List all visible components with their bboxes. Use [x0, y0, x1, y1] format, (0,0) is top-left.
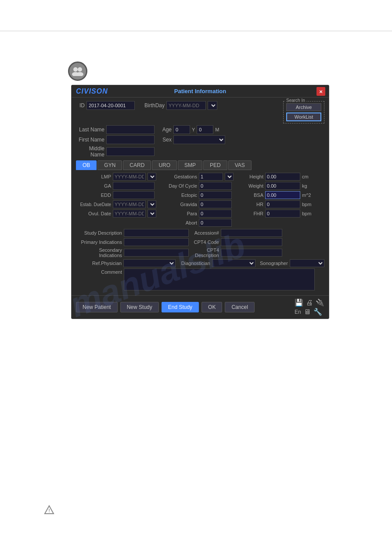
birthday-select[interactable]: ▼	[208, 101, 217, 110]
abort-input[interactable]	[199, 219, 232, 227]
fhr-row: FHR bpm	[241, 210, 318, 218]
new-patient-button[interactable]: New Patient	[76, 302, 118, 312]
cpt4-description-input[interactable]	[221, 249, 282, 257]
age-m-input[interactable]	[197, 125, 213, 134]
lmp-label: LMP	[76, 174, 111, 179]
hr-label: HR	[241, 202, 263, 207]
sex-label: Sex	[161, 137, 172, 143]
tab-ob[interactable]: OB	[76, 160, 97, 170]
dialog-title: Patient Information	[174, 88, 226, 94]
ga-label: GA	[76, 183, 111, 189]
weight-label: Weight	[241, 183, 263, 189]
edd-row: EDD	[76, 191, 159, 199]
age-y-input[interactable]	[173, 125, 190, 134]
ref-physician-label: Ref.Physician	[76, 261, 122, 266]
fhr-input[interactable]	[265, 210, 300, 218]
edd-label: EDD	[76, 192, 111, 198]
print-icon[interactable]: 🖨	[306, 299, 313, 307]
cpt4-code-input[interactable]	[221, 238, 282, 246]
lang-label: En	[295, 309, 301, 315]
height-row: Height cm	[241, 173, 318, 181]
tab-card[interactable]: CARD	[123, 160, 151, 170]
cpt4-description-label: CPT4 Description	[191, 247, 219, 258]
top-divider	[0, 31, 392, 31]
ref-physician-select[interactable]	[123, 259, 176, 267]
sonographer-label: Sonographer	[257, 261, 288, 266]
tab-uro[interactable]: URO	[152, 160, 177, 170]
sonographer-select[interactable]	[290, 259, 324, 267]
height-input[interactable]	[265, 173, 300, 181]
para-input[interactable]	[199, 210, 232, 218]
middle-name-label: Middle Name	[76, 145, 104, 158]
tab-gyn[interactable]: GYN	[97, 160, 122, 170]
search-in-label: Search In	[285, 98, 306, 103]
ectopic-row: Ectopic	[162, 191, 239, 199]
weight-row: Weight kg	[241, 182, 318, 190]
warning-icon: !	[44, 505, 54, 515]
first-name-input[interactable]	[106, 135, 155, 144]
height-unit: cm	[302, 174, 309, 179]
accession-input[interactable]	[221, 229, 282, 237]
bsa-row: BSA m^2	[241, 191, 318, 199]
settings-icon[interactable]: 🔧	[313, 308, 322, 316]
estab-due-date-row: Estab. DueDate ▼	[76, 200, 159, 208]
abort-row: Abort	[162, 219, 239, 227]
cancel-button[interactable]: Cancel	[225, 302, 254, 312]
svg-point-1	[78, 67, 82, 72]
diagnostician-select[interactable]	[212, 259, 255, 267]
gestations-input[interactable]	[199, 173, 223, 181]
ok-button[interactable]: OK	[201, 302, 222, 312]
hr-input[interactable]	[265, 200, 300, 208]
study-description-input[interactable]	[124, 229, 189, 237]
lmp-row: LMP ▼	[76, 173, 159, 181]
first-name-label: First Name	[76, 137, 104, 143]
abort-label: Abort	[162, 220, 197, 225]
ectopic-input[interactable]	[199, 191, 232, 199]
secondary-indications-input[interactable]	[124, 249, 189, 257]
lmp-select[interactable]: ▼	[147, 173, 156, 181]
middle-name-input[interactable]	[106, 147, 155, 156]
id-input[interactable]	[86, 101, 135, 110]
tab-vas[interactable]: VAS	[228, 160, 252, 170]
primary-indications-label: Primary Indications	[76, 239, 122, 245]
lmp-input[interactable]	[113, 173, 146, 181]
ovul-date-input[interactable]	[113, 210, 146, 218]
estab-due-date-select[interactable]: ▼	[147, 200, 156, 208]
gestations-select[interactable]: ▼	[225, 173, 234, 181]
ovul-date-select[interactable]: ▼	[147, 210, 156, 218]
usb-icon[interactable]: 🔌	[316, 298, 324, 307]
worklist-button[interactable]: WorkList	[286, 112, 321, 121]
weight-unit: kg	[302, 183, 307, 189]
estab-due-date-input[interactable]	[113, 200, 146, 208]
ga-input[interactable]	[113, 182, 155, 190]
id-label: ID	[76, 102, 85, 109]
gravida-row: Gravida	[162, 200, 239, 208]
primary-indications-input[interactable]	[124, 238, 189, 246]
new-study-button[interactable]: New Study	[120, 302, 159, 312]
weight-input[interactable]	[265, 182, 300, 190]
gestations-label: Gestations	[162, 174, 197, 179]
comment-textarea[interactable]	[124, 268, 315, 290]
sex-select[interactable]	[173, 135, 225, 144]
archive-button[interactable]: Archive	[286, 103, 321, 111]
last-name-label: Last Name	[76, 127, 104, 133]
fhr-unit: bpm	[302, 211, 311, 216]
close-button[interactable]: ×	[316, 87, 325, 96]
secondary-indications-label: Secondary Indications	[76, 247, 122, 258]
end-study-button[interactable]: End Study	[162, 302, 199, 312]
patient-info-dialog: CIVISON Patient Information × ID BirthDa…	[71, 85, 329, 319]
gravida-input[interactable]	[199, 200, 232, 208]
last-name-input[interactable]	[106, 125, 155, 134]
fhr-label: FHR	[241, 211, 263, 216]
tab-smp[interactable]: SMP	[178, 160, 202, 170]
bsa-input[interactable]	[265, 191, 300, 199]
tab-ped[interactable]: PED	[203, 160, 227, 170]
bsa-label: BSA	[241, 192, 263, 198]
birthday-input[interactable]	[166, 101, 206, 110]
estab-due-date-label: Estab. DueDate	[76, 202, 111, 207]
save-icon[interactable]: 💾	[295, 298, 303, 307]
monitor-icon[interactable]: 🖥	[304, 308, 311, 316]
day-of-cycle-input[interactable]	[199, 182, 232, 190]
ectopic-label: Ectopic	[162, 192, 197, 198]
edd-input[interactable]	[113, 191, 155, 199]
